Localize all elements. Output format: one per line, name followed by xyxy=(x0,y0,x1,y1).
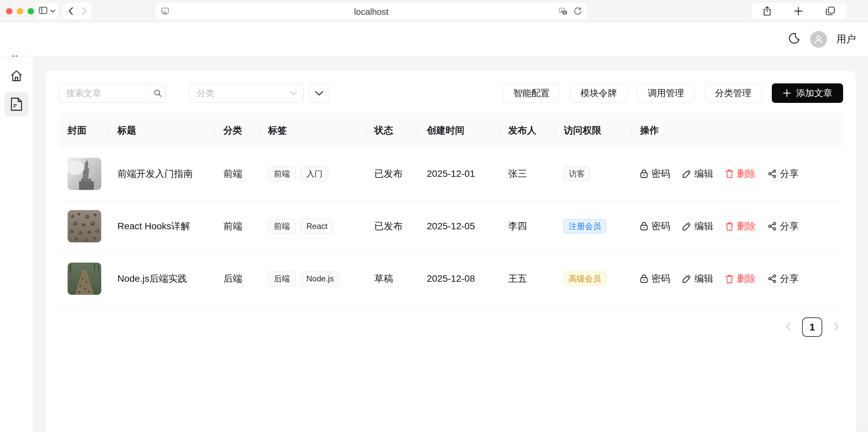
add-article-button[interactable]: 添加文章 xyxy=(772,84,843,103)
publisher: 张三 xyxy=(499,147,555,200)
edit-action[interactable]: 编辑 xyxy=(682,272,713,285)
created-date: 2025-12-08 xyxy=(418,253,499,305)
cover-image xyxy=(68,263,101,295)
share-nodes-icon xyxy=(768,274,777,283)
col-tags: 标签 xyxy=(259,113,366,147)
zoom-button[interactable] xyxy=(28,8,34,14)
col-publisher: 发布人 xyxy=(499,113,555,147)
table-row: Node.js后端实践 后端 后端 Node.js 草稿 2025-12-08 … xyxy=(59,253,843,305)
category-select[interactable]: 分类 xyxy=(189,84,304,103)
trash-icon xyxy=(725,274,734,284)
table-row: React Hooks详解 前端 前端 React 已发布 2025-12-05… xyxy=(59,200,843,253)
share-action[interactable]: 分享 xyxy=(768,220,799,233)
plus-icon xyxy=(782,89,791,98)
password-action[interactable]: 密码 xyxy=(640,272,670,285)
password-action[interactable]: 密码 xyxy=(640,220,670,233)
prev-page-button[interactable] xyxy=(785,322,790,332)
col-title: 标题 xyxy=(108,113,215,147)
tag-chip: 前端 xyxy=(268,166,296,181)
delete-action[interactable]: 删除 xyxy=(725,220,756,233)
col-status: 状态 xyxy=(366,113,418,147)
access-badge: 访客 xyxy=(564,167,590,181)
person-icon xyxy=(813,34,824,44)
share-button[interactable] xyxy=(763,6,772,16)
access-badge: 注册会员 xyxy=(564,219,606,233)
reload-icon[interactable] xyxy=(574,7,582,17)
new-tab-button[interactable] xyxy=(794,6,803,16)
password-action[interactable]: 密码 xyxy=(640,167,670,180)
edit-action[interactable]: 编辑 xyxy=(682,167,713,180)
sidebar-item-articles[interactable] xyxy=(4,92,29,117)
sidebar-item-home[interactable] xyxy=(4,64,29,89)
search-box xyxy=(59,84,166,103)
edit-icon xyxy=(682,274,691,283)
pagination: 1 xyxy=(59,318,843,337)
created-date: 2025-12-01 xyxy=(418,147,499,200)
search-button[interactable] xyxy=(150,84,165,103)
address-bar[interactable]: localhost xyxy=(156,3,587,19)
lock-icon xyxy=(640,274,648,284)
search-icon xyxy=(153,89,162,98)
url-text: localhost xyxy=(156,7,587,17)
chevron-down-icon xyxy=(315,91,323,96)
collapse-filters-button[interactable] xyxy=(309,84,329,103)
browser-toolbar: localhost xyxy=(0,0,868,22)
chevron-left-icon xyxy=(785,322,790,331)
articles-table: 封面 标题 分类 标签 状态 创建时间 发布人 访问权限 操作 xyxy=(59,113,843,305)
theme-toggle-button[interactable] xyxy=(787,32,801,47)
edit-icon xyxy=(682,222,691,231)
invoke-manage-button[interactable]: 调用管理 xyxy=(637,84,694,103)
col-category: 分类 xyxy=(215,113,259,147)
user-label[interactable]: 用户 xyxy=(836,33,856,46)
back-button[interactable] xyxy=(64,3,78,19)
edit-action[interactable]: 编辑 xyxy=(682,220,713,233)
trash-icon xyxy=(725,169,734,178)
card-toolbar: 分类 智能配置 模块令牌 调用管理 分类管理 xyxy=(59,84,843,103)
col-cover: 封面 xyxy=(59,113,108,147)
share-nodes-icon xyxy=(768,222,777,231)
back-icon xyxy=(68,7,73,15)
select-chevron-icon xyxy=(290,91,297,96)
category-manage-button[interactable]: 分类管理 xyxy=(705,84,762,103)
tag-chip: 前端 xyxy=(268,219,296,234)
article-title: 前端开发入门指南 xyxy=(108,147,215,200)
created-date: 2025-12-05 xyxy=(418,200,499,253)
chevron-down-icon xyxy=(50,8,56,14)
tab-overview-icon xyxy=(825,6,835,16)
publisher: 王五 xyxy=(499,253,555,305)
forward-button[interactable] xyxy=(78,3,91,19)
next-page-button[interactable] xyxy=(834,322,839,332)
sidebar-panel-icon xyxy=(39,7,48,15)
lock-icon xyxy=(640,222,648,231)
minimize-button[interactable] xyxy=(17,8,23,14)
tag-chip: 后端 xyxy=(268,271,296,286)
article-title: Node.js后端实践 xyxy=(108,253,215,305)
delete-action[interactable]: 删除 xyxy=(725,167,756,180)
col-access: 访问权限 xyxy=(555,113,631,147)
category-select-placeholder: 分类 xyxy=(197,88,290,99)
translate-icon[interactable] xyxy=(559,7,568,17)
table-row: 前端开发入门指南 前端 前端 入门 已发布 2025-12-01 张三 访客 xyxy=(59,147,843,200)
close-button[interactable] xyxy=(6,8,12,14)
moon-icon xyxy=(787,32,801,45)
tag-chip: 入门 xyxy=(301,166,328,181)
delete-action[interactable]: 删除 xyxy=(725,272,756,285)
window-actions xyxy=(752,3,846,19)
sidebar-toggle-button[interactable] xyxy=(36,3,58,19)
smart-config-button[interactable]: 智能配置 xyxy=(503,84,560,103)
avatar[interactable] xyxy=(810,31,827,48)
table-header-row: 封面 标题 分类 标签 状态 创建时间 发布人 访问权限 操作 xyxy=(59,113,843,147)
page-number-button[interactable]: 1 xyxy=(802,318,822,337)
search-input[interactable] xyxy=(59,88,150,99)
access-badge: 高级会员 xyxy=(564,272,606,286)
tab-overview-button[interactable] xyxy=(825,6,835,16)
main-content: 分类 智能配置 模块令牌 调用管理 分类管理 xyxy=(33,57,868,432)
status-text: 已发布 xyxy=(366,147,418,200)
lock-icon xyxy=(640,169,648,178)
module-token-button[interactable]: 模块令牌 xyxy=(570,84,627,103)
col-created: 创建时间 xyxy=(418,113,499,147)
article-category: 后端 xyxy=(215,253,259,305)
cover-image xyxy=(68,158,101,190)
share-action[interactable]: 分享 xyxy=(768,167,799,180)
share-action[interactable]: 分享 xyxy=(768,272,799,285)
